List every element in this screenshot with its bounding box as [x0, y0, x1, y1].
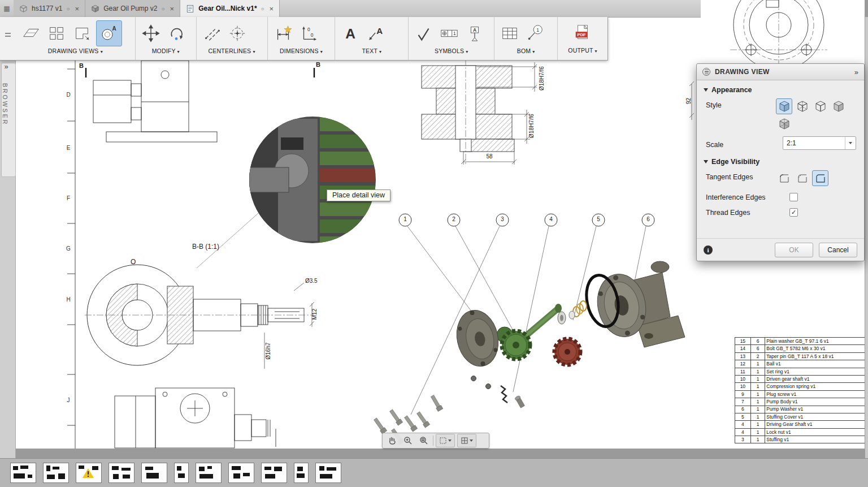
- centerline-button[interactable]: [201, 20, 223, 46]
- table-row[interactable]: 111Set ring v1: [735, 368, 868, 375]
- thread-edges-checkbox[interactable]: ✓: [789, 208, 798, 217]
- table-row[interactable]: 101Compression spring v1: [735, 383, 868, 390]
- appearance-section-header[interactable]: Appearance: [697, 80, 864, 96]
- zoom-window-button[interactable]: [417, 434, 431, 447]
- dialog-title-bar[interactable]: DRAWING VIEW »: [697, 64, 864, 80]
- style-wireframe-button[interactable]: [794, 98, 810, 114]
- base-view-button[interactable]: [20, 20, 42, 46]
- style-shaded-edges-button[interactable]: [776, 98, 792, 114]
- balloon[interactable]: 4: [545, 216, 557, 222]
- table-row[interactable]: 51Stuffing Cover v1: [735, 413, 868, 420]
- table-row[interactable]: 101Driven gear shaft v1: [735, 375, 868, 382]
- doc-tab-gear-oil-nick-active[interactable]: Gear Oil...Nick v1* ○ ×: [180, 0, 280, 17]
- section-view-button[interactable]: [71, 20, 93, 46]
- sheet-thumbnail-warning[interactable]: [76, 463, 102, 483]
- scale-select[interactable]: 2:1: [783, 136, 856, 150]
- table-row[interactable]: 132Taper pin GB_T 117 A 5 x 18 v1: [735, 352, 868, 360]
- magnifier-icon: [403, 436, 413, 446]
- rotate-button[interactable]: [165, 20, 188, 46]
- table-row[interactable]: 156Plain washer GB_T 97.1 6 v1: [735, 338, 868, 345]
- style-shaded-button[interactable]: [830, 98, 847, 114]
- edge-visibility-section-header[interactable]: Edge Visibility: [697, 152, 864, 168]
- table-row[interactable]: 41Driving Gear Shaft v1: [735, 421, 868, 428]
- balloon[interactable]: 3: [496, 216, 509, 222]
- ok-button[interactable]: OK: [775, 243, 813, 257]
- pan-button[interactable]: [385, 434, 399, 447]
- leader-text-button[interactable]: A: [364, 20, 387, 46]
- dimension-button[interactable]: [272, 20, 294, 46]
- move-icon: [141, 24, 160, 43]
- projected-view-button[interactable]: [45, 20, 68, 46]
- balloon[interactable]: 6: [642, 216, 654, 222]
- base-view-icon: [21, 24, 41, 43]
- move-button[interactable]: [140, 20, 162, 46]
- detail-view-button-selected[interactable]: A: [96, 20, 122, 46]
- doc-tab-hs1177[interactable]: hs1177 v1 ○ ×: [14, 0, 85, 17]
- sheet-thumbnail[interactable]: [294, 463, 309, 483]
- output-menu[interactable]: OUTPUT ▾: [558, 47, 607, 60]
- dialog-dock-icon[interactable]: »: [854, 68, 858, 76]
- tab-title: Gear Oil Pump v2: [103, 5, 157, 12]
- modify-menu[interactable]: MODIFY ▾: [136, 48, 196, 60]
- surface-texture-button[interactable]: [413, 20, 435, 46]
- table-row[interactable]: 71Pump Body v1: [735, 398, 868, 406]
- table-row[interactable]: 121Ball v1: [735, 360, 868, 368]
- centerlines-menu[interactable]: CENTERLINES ▾: [197, 48, 267, 60]
- chevron-down-icon: [470, 439, 473, 442]
- panel-grip[interactable]: [0, 17, 16, 60]
- sheet-thumbnail[interactable]: [196, 463, 222, 483]
- balloon[interactable]: 1: [399, 216, 411, 222]
- doc-tab-gear-oil-pump[interactable]: Gear Oil Pump v2 ○ ×: [85, 0, 180, 17]
- tab-list-icon[interactable]: ▦: [0, 0, 14, 17]
- cancel-button[interactable]: Cancel: [819, 243, 857, 257]
- table-button[interactable]: [498, 20, 521, 46]
- symbols-menu[interactable]: SYMBOLS ▾: [409, 48, 494, 60]
- close-icon[interactable]: ×: [270, 5, 274, 13]
- center-mark-button[interactable]: [226, 20, 249, 46]
- balloon[interactable]: 2: [448, 216, 460, 222]
- style-visible-edges-button[interactable]: [812, 98, 828, 114]
- bom-menu[interactable]: BOM ▾: [494, 48, 557, 60]
- balloon[interactable]: 5: [592, 216, 605, 222]
- tangent-shortened-button[interactable]: [794, 170, 810, 186]
- text-button[interactable]: A: [339, 20, 362, 46]
- sheet-thumbnail[interactable]: [315, 463, 341, 483]
- style-shaded-hidden-edges-button[interactable]: [776, 116, 792, 132]
- tangent-off-button-selected[interactable]: [812, 170, 828, 186]
- sheet-thumbnail[interactable]: [43, 463, 69, 483]
- scrollbar[interactable]: [865, 17, 868, 458]
- table-row[interactable]: 61Pump Washer v1: [735, 406, 868, 413]
- sheet-thumbnail[interactable]: [141, 463, 167, 483]
- table-row[interactable]: 91Plug screw v1: [735, 390, 868, 398]
- dimensions-menu[interactable]: DIMENSIONS ▾: [268, 48, 335, 60]
- bom-table-icon: [500, 24, 519, 43]
- browser-expand-button[interactable]: »: [0, 62, 12, 71]
- tangent-full-button[interactable]: [776, 170, 792, 186]
- feature-control-frame-button[interactable]: 1: [438, 20, 461, 46]
- table-row[interactable]: 146Bolt GB_T 5782 M6 x 30 v1: [735, 345, 868, 352]
- balloon-button[interactable]: 1: [524, 20, 546, 46]
- pdf-icon: PDF: [573, 23, 592, 42]
- interference-edges-checkbox[interactable]: [789, 193, 798, 201]
- close-icon[interactable]: ×: [75, 5, 80, 13]
- sheet-thumbnail[interactable]: [228, 463, 254, 483]
- canvas-nav-toolbar: [382, 433, 489, 449]
- text-menu[interactable]: TEXT ▾: [335, 48, 408, 60]
- grid-settings-button[interactable]: [436, 434, 455, 447]
- sheet-thumbnail[interactable]: [174, 463, 189, 483]
- section-view-label: B-B (1:1): [192, 243, 219, 251]
- drawing-views-menu[interactable]: DRAWING VIEWS ▾: [16, 48, 135, 60]
- ordinate-dimension-button[interactable]: 00: [297, 20, 320, 46]
- output-pdf-button[interactable]: PDF: [571, 20, 594, 46]
- sheet-thumbnail[interactable]: [10, 463, 36, 483]
- display-settings-button[interactable]: [457, 434, 476, 447]
- zoom-button[interactable]: [401, 434, 415, 447]
- table-row[interactable]: 41Lock nut v1: [735, 428, 868, 436]
- info-icon[interactable]: i: [704, 245, 713, 255]
- close-icon[interactable]: ×: [170, 5, 175, 13]
- sheet-thumbnail[interactable]: [261, 463, 287, 483]
- sync-status-icon: ○: [67, 6, 70, 12]
- sheet-thumbnail[interactable]: [108, 463, 134, 483]
- datum-button[interactable]: A: [463, 20, 486, 46]
- table-row[interactable]: 31Stuffing v1: [735, 436, 868, 443]
